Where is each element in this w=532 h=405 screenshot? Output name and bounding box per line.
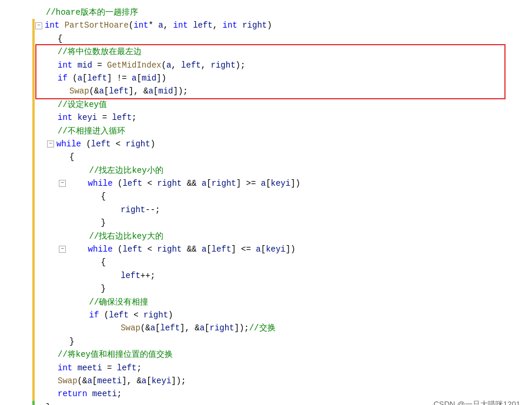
token-var: right: [212, 179, 236, 188]
token-plain: ++;: [140, 271, 155, 280]
token-plain: <: [129, 310, 143, 320]
code-line-19: {: [35, 256, 520, 269]
token-plain: <: [111, 139, 125, 149]
token-func: Swap: [121, 323, 140, 333]
token-plain: ]);: [235, 323, 249, 333]
token-comment: //将key值和相撞位置的值交换: [58, 350, 173, 359]
token-comment: //确保没有相撞: [69, 297, 148, 307]
code-line-12: //找左边比key小的: [35, 164, 520, 177]
token-keyword: int: [45, 21, 59, 30]
token-plain: (&: [140, 323, 150, 333]
token-var: left: [112, 113, 132, 122]
token-plain: ], &: [180, 323, 200, 333]
token-plain: ], &: [122, 376, 142, 386]
code-line-28: Swap(&a[meeti], &a[keyi]);: [35, 374, 520, 387]
code-line-6: Swap(&a[left], &a[mid]);: [35, 85, 520, 98]
token-keyword: int: [58, 61, 72, 70]
token-var: mid: [158, 86, 173, 96]
token-plain: {: [58, 34, 62, 43]
token-plain: (: [161, 61, 166, 70]
code-line-18: − while (left < right && a[left] <= a[ke…: [35, 243, 520, 256]
token-var: keyi: [78, 113, 98, 122]
token-plain: =: [92, 61, 107, 70]
code-line-4: int mid = GetMidIndex(a, left, right);: [35, 59, 520, 72]
token-plain: (: [99, 310, 109, 320]
code-line-26: //将key值和相撞位置的值交换: [35, 348, 520, 361]
token-plain: [69, 310, 89, 320]
token-var: a: [256, 245, 260, 254]
collapse-icon[interactable]: −: [59, 180, 66, 187]
token-var: a: [150, 323, 155, 333]
token-plain: ] >=: [236, 179, 261, 188]
collapse-icon[interactable]: −: [47, 140, 54, 148]
token-var: left: [122, 179, 142, 188]
token-var: left: [193, 21, 213, 30]
code-line-10: −while (left < right): [35, 138, 520, 150]
token-keyword: if: [58, 73, 68, 83]
token-var: left: [181, 61, 201, 70]
token-plain: ]);: [173, 86, 188, 96]
token-plain: [: [104, 86, 109, 96]
token-var: a: [158, 21, 163, 30]
token-var: a: [142, 376, 146, 386]
token-var: left: [87, 73, 107, 83]
code-container: //hoare版本的一趟排序−int PartSortHoare(int* a,…: [0, 0, 532, 405]
token-keyword: while: [56, 139, 81, 149]
token-var: left: [117, 363, 137, 373]
token-plain: (: [68, 73, 78, 83]
token-var: left: [160, 323, 180, 333]
code-line-11: {: [35, 150, 520, 163]
collapse-icon[interactable]: −: [59, 246, 66, 253]
token-plain: ]): [286, 245, 296, 254]
token-keyword: int: [58, 113, 72, 122]
token-plain: }: [69, 337, 74, 346]
token-plain: [: [136, 73, 141, 83]
token-plain: ]): [156, 73, 166, 83]
code-line-27: int meeti = left;: [35, 362, 520, 374]
token-var: keyi: [152, 376, 172, 386]
token-plain: ;: [132, 113, 136, 122]
token-var: left: [122, 245, 142, 254]
token-func: Swap: [58, 376, 78, 386]
token-var: a: [261, 179, 266, 188]
token-plain: =: [97, 113, 112, 122]
token-plain: <: [142, 245, 157, 254]
token-plain: ): [150, 139, 155, 149]
token-var: right: [209, 323, 234, 333]
token-var: left: [109, 86, 129, 96]
token-plain: [: [206, 179, 211, 188]
token-plain: ;: [136, 363, 141, 373]
code-line-5: if (a[left] != a[mid]): [35, 72, 520, 85]
token-plain: [68, 245, 88, 254]
token-comment: //设定key值: [58, 100, 107, 109]
collapse-icon[interactable]: −: [35, 22, 42, 29]
token-plain: [87, 389, 92, 399]
token-var: right: [121, 205, 145, 215]
token-plain: ]);: [171, 376, 186, 386]
token-plain: ] !=: [107, 73, 132, 83]
code-block: //hoare版本的一趟排序−int PartSortHoare(int* a,…: [0, 6, 532, 405]
token-comment: //交换: [249, 323, 276, 333]
token-plain: ;: [117, 389, 122, 399]
token-var: left: [121, 271, 140, 280]
code-line-2: {: [35, 32, 520, 45]
token-keyword: int: [133, 21, 148, 30]
token-func: Swap: [69, 86, 89, 96]
token-var: a: [78, 73, 82, 83]
code-line-9: //不相撞进入循环: [35, 125, 520, 138]
token-comment: //hoare版本的一趟排序: [46, 8, 138, 17]
token-keyword: while: [88, 179, 113, 188]
token-plain: (&: [78, 376, 88, 386]
token-var: left: [109, 310, 129, 320]
token-plain: [59, 21, 64, 30]
token-keyword: return: [58, 389, 87, 399]
code-line-17: //找右边比key大的: [35, 230, 520, 243]
token-plain: ]): [290, 179, 300, 188]
token-var: a: [87, 376, 92, 386]
token-plain: ): [168, 310, 173, 320]
token-plain: [81, 323, 121, 333]
token-var: a: [200, 323, 205, 333]
token-var: left: [91, 139, 111, 149]
token-var: meeti: [97, 376, 122, 386]
token-plain: }: [81, 218, 106, 227]
